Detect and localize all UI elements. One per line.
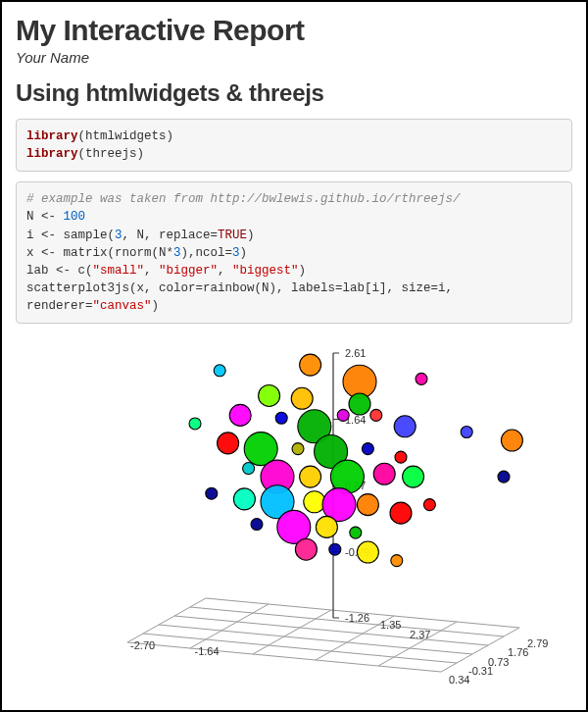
y-tick-label: 1.76 — [508, 646, 528, 658]
code-number: 3 — [173, 246, 181, 260]
code-text: x <- matrix(rnorm(N* — [26, 246, 173, 260]
bubble — [251, 519, 263, 531]
bubble — [357, 494, 378, 516]
bubble — [206, 487, 218, 499]
section-heading: Using htmlwidgets & threejs — [16, 79, 572, 107]
code-arg: threejs — [85, 147, 137, 161]
bubble — [394, 416, 416, 437]
code-string: "small" — [93, 264, 145, 278]
code-comment: # example was taken from http://bwlewis.… — [26, 192, 461, 206]
code-text: ) — [299, 264, 307, 278]
bubble — [275, 412, 287, 424]
code-number: 3 — [115, 229, 122, 242]
code-number: 100 — [64, 210, 86, 224]
bubble — [395, 451, 407, 463]
code-block-2: # example was taken from http://bwlewis.… — [16, 181, 572, 324]
page-title: My Interactive Report — [16, 14, 572, 47]
y-tick-label: 0.73 — [488, 656, 509, 668]
xy-tick-label: 1.35 — [380, 619, 401, 631]
bubble — [259, 385, 280, 407]
y-tick-label: 2.79 — [527, 637, 548, 649]
code-text: <- — [41, 210, 56, 224]
code-text: lab <- c( — [26, 264, 93, 278]
bubble — [498, 471, 510, 483]
bubble — [214, 365, 225, 377]
code-string: "canvas" — [93, 299, 152, 313]
bubble — [229, 405, 251, 427]
bubble — [373, 463, 395, 484]
x-tick-label: -2.70 — [130, 639, 155, 651]
code-string: "biggest" — [232, 264, 299, 278]
bubble — [370, 410, 382, 422]
code-number: 3 — [232, 246, 240, 260]
bubble — [316, 517, 337, 538]
code-text: , N, replace= — [122, 229, 219, 242]
bubble — [357, 541, 378, 563]
bubble — [461, 427, 472, 438]
bubble — [362, 443, 373, 455]
code-string: "bigger" — [159, 264, 218, 278]
x-tick-label: -1.64 — [195, 645, 220, 657]
z-tick-label: 2.61 — [345, 347, 366, 359]
svg-marker-0 — [127, 598, 519, 672]
code-text: ) — [152, 299, 160, 313]
code-text: scatterplot3js(x, color=rainbow(N), labe… — [26, 281, 461, 313]
bubble — [349, 393, 370, 415]
bubble — [295, 538, 317, 560]
code-arg: htmlwidgets — [85, 129, 167, 143]
bubble — [189, 418, 201, 430]
bubble — [390, 502, 412, 524]
bubble — [300, 466, 321, 487]
bubble — [218, 432, 239, 454]
bubble — [329, 543, 341, 555]
code-keyword: library — [26, 129, 78, 143]
bubble — [233, 488, 255, 510]
bubble — [300, 354, 321, 376]
code-text: ) — [247, 229, 255, 242]
code-text: i <- sample( — [26, 229, 115, 242]
code-block-1: library(htmlwidgets) library(threejs) — [16, 119, 572, 172]
bubble — [501, 430, 522, 451]
author: Your Name — [16, 49, 572, 66]
code-text: ) — [240, 246, 248, 260]
xy-tick-label: 2.37 — [410, 629, 430, 640]
bubble — [291, 387, 313, 409]
bubble — [304, 491, 325, 513]
bubble — [292, 443, 304, 455]
bubble — [403, 466, 424, 487]
bubble — [416, 373, 427, 384]
y-tick-label: 0.34 — [449, 674, 469, 686]
code-keyword: library — [26, 147, 78, 161]
bubble — [337, 410, 349, 422]
bubble — [391, 555, 403, 567]
code-text: N — [26, 210, 34, 224]
scatterplot3d[interactable]: 2.611.640.67-0.29-1.26-2.70-1.641.352.37… — [20, 333, 568, 687]
bubble — [243, 463, 255, 475]
bubble — [350, 527, 362, 538]
z-tick-label: -1.26 — [345, 612, 369, 624]
code-text: ),ncol= — [181, 246, 233, 260]
code-bool: TRUE — [218, 229, 247, 242]
bubble — [423, 499, 435, 511]
